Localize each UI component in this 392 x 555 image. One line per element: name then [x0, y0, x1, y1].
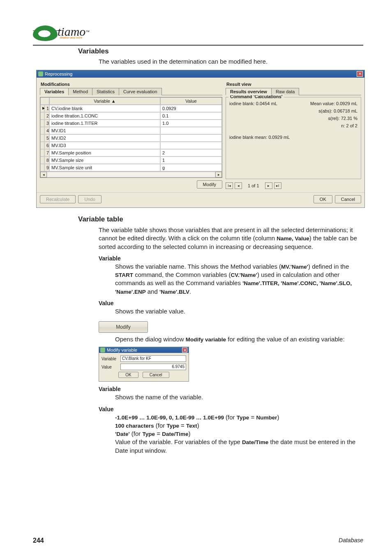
row-pointer-icon — [40, 164, 44, 171]
dialog-value-field[interactable]: 6.9745 — [120, 364, 186, 370]
calculations-group: Command 'Calculations' iodine blank: 0.0… — [226, 97, 361, 179]
modify-button-graphic: Modify — [99, 321, 148, 333]
row-value: 2 — [160, 149, 222, 157]
row-variable: MV.ID1 — [49, 127, 160, 134]
scroll-right-icon[interactable]: ▸ — [215, 172, 222, 177]
dialog-title: Modify variable — [107, 348, 137, 352]
modifications-label: Modifications — [41, 82, 222, 87]
table-row[interactable]: 8MV.Sample size1 — [40, 157, 222, 164]
row-variable: iodine titration.1.TITER — [49, 120, 160, 127]
table-row[interactable]: 6MV.ID3 — [40, 142, 222, 149]
row-pointer-icon: ▶ — [40, 105, 44, 112]
dialog-app-icon — [100, 348, 105, 352]
row-value: 1 — [160, 157, 222, 164]
row-index: 1 — [44, 105, 49, 112]
result-iodine-blank: iodine blank: 0.0454 mL — [229, 100, 277, 107]
scroll-left-icon[interactable]: ◂ — [40, 172, 47, 177]
result-mean-value: Mean value: 0.0929 mL — [310, 100, 357, 107]
table-row[interactable]: ▶1CV.iodine blank0.0929 — [40, 105, 222, 112]
ok-button[interactable]: OK — [314, 195, 332, 203]
row-index: 8 — [44, 157, 49, 164]
pager-prev-icon[interactable]: ◂ — [235, 182, 242, 189]
intro-text: The variables used in the determination … — [99, 58, 363, 65]
grid-header-value[interactable]: Value — [160, 97, 222, 105]
row-pointer-icon — [40, 120, 44, 127]
undo-button[interactable]: Undo — [78, 195, 101, 203]
term-value-2: Value — [99, 406, 363, 412]
logo-swoosh-icon — [33, 25, 58, 41]
row-pointer-icon — [40, 149, 44, 157]
row-index: 9 — [44, 164, 49, 171]
table-row[interactable]: 9MV.Sample size unitg — [40, 164, 222, 171]
row-pointer-icon — [40, 157, 44, 164]
right-tabstrip: Results overview Raw data — [226, 88, 361, 95]
modify-button[interactable]: Modify — [197, 180, 222, 189]
row-value — [160, 142, 222, 149]
row-value — [160, 127, 222, 134]
term-value: Value — [99, 300, 363, 306]
term-value-body: Shows the variable value. — [115, 307, 363, 315]
window-titlebar: Reprocessing ✕ — [37, 70, 364, 78]
row-pointer-icon — [40, 127, 44, 134]
modify-paragraph: Opens the dialog window Modify variable … — [115, 335, 363, 343]
variable-table-paragraph: The variable table shows those variables… — [99, 226, 363, 251]
dialog-variable-field[interactable]: CV.Blank for KF — [120, 355, 186, 362]
reprocessing-window: Reprocessing ✕ Modifications Variables M… — [36, 70, 365, 208]
row-variable: MV.ID2 — [49, 134, 160, 142]
row-variable: MV.ID3 — [49, 142, 160, 149]
row-index: 2 — [44, 112, 49, 120]
term-variable-body: Shows the variable name. This shows the … — [115, 263, 363, 296]
row-value: 1.0 — [160, 120, 222, 127]
grid-scrollbar[interactable]: ◂ ▸ — [40, 171, 222, 177]
tab-results-overview[interactable]: Results overview — [226, 88, 272, 95]
grid-header-variable[interactable]: Variable ▲ — [49, 97, 160, 105]
term-value-2-body: -1.0E+99 … 1.0E-99, 0, 1.0E-99 … 1.0E+99… — [115, 413, 363, 455]
variables-grid: Variable ▲ Value ▶1CV.iodine blank0.0929… — [40, 97, 222, 178]
row-index: 5 — [44, 134, 49, 142]
dialog-value-label: Value — [101, 365, 118, 369]
section-heading-variable-table: Variable table — [78, 215, 363, 223]
table-row[interactable]: 5MV.ID2 — [40, 134, 222, 142]
table-row[interactable]: 4MV.ID1 — [40, 127, 222, 134]
row-index: 7 — [44, 149, 49, 157]
row-variable: MV.Sample size — [49, 157, 160, 164]
row-pointer-icon — [40, 142, 44, 149]
dialog-cancel-button[interactable]: Cancel — [143, 372, 169, 378]
dialog-close-icon[interactable]: ✕ — [182, 348, 187, 352]
table-row[interactable]: 3iodine titration.1.TITER1.0 — [40, 120, 222, 127]
trademark-icon: ™ — [85, 30, 90, 34]
table-row[interactable]: 7MV.Sample position2 — [40, 149, 222, 157]
row-index: 3 — [44, 120, 49, 127]
row-pointer-icon — [40, 112, 44, 120]
pager-text: 1 of 1 — [248, 183, 259, 188]
result-mean-line: iodine blank mean: 0.0929 mL — [229, 134, 357, 141]
pager-first-icon[interactable]: I◂ — [226, 182, 233, 189]
recalculate-button[interactable]: Recalculate — [40, 195, 76, 203]
row-index: 4 — [44, 127, 49, 134]
pager-last-icon[interactable]: ▸I — [274, 182, 281, 189]
dialog-ok-button[interactable]: OK — [118, 372, 138, 378]
term-variable-2: Variable — [99, 386, 363, 392]
term-variable-2-body: Shows the name of the variable. — [115, 393, 363, 401]
row-value — [160, 134, 222, 142]
logo-subtitle: titration and more — [60, 36, 92, 39]
row-variable: iodine titration.1.CONC — [49, 112, 160, 120]
tab-variables[interactable]: Variables — [40, 88, 69, 95]
table-row[interactable]: 2iodine titration.1.CONC0.1 — [40, 112, 222, 120]
row-value: 0.1 — [160, 112, 222, 120]
modify-variable-dialog: Modify variable ✕ Variable CV.Blank for … — [99, 347, 189, 382]
cancel-button[interactable]: Cancel — [335, 195, 361, 203]
row-index: 6 — [44, 142, 49, 149]
row-value: 0.0929 — [160, 105, 222, 112]
result-sabs: s(abs): 0.06718 mL — [229, 107, 357, 115]
tab-curve-evaluation[interactable]: Curve evaluation — [119, 88, 162, 95]
window-title: Reprocessing — [45, 71, 72, 76]
close-icon[interactable]: ✕ — [357, 71, 363, 77]
tab-statistics[interactable]: Statistics — [92, 88, 119, 95]
tab-method[interactable]: Method — [68, 88, 92, 95]
result-n: n: 2 of 2 — [229, 122, 357, 129]
row-variable: CV.iodine blank — [49, 105, 160, 112]
page-footer: 244 Database — [33, 537, 363, 544]
pager-next-icon[interactable]: ▸ — [265, 182, 272, 189]
footer-section: Database — [339, 537, 363, 544]
